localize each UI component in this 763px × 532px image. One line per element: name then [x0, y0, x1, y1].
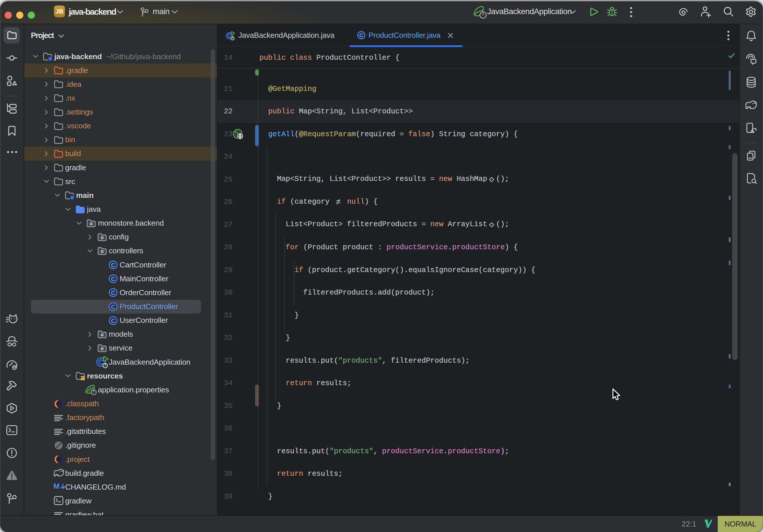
svg-text:C: C [111, 303, 115, 310]
svg-text:C: C [111, 262, 115, 268]
svg-text:C: C [111, 276, 115, 282]
svg-text:C: C [111, 290, 115, 296]
svg-text:C: C [359, 32, 363, 38]
svg-text:C: C [111, 317, 115, 324]
svg-text:M: M [54, 482, 60, 490]
